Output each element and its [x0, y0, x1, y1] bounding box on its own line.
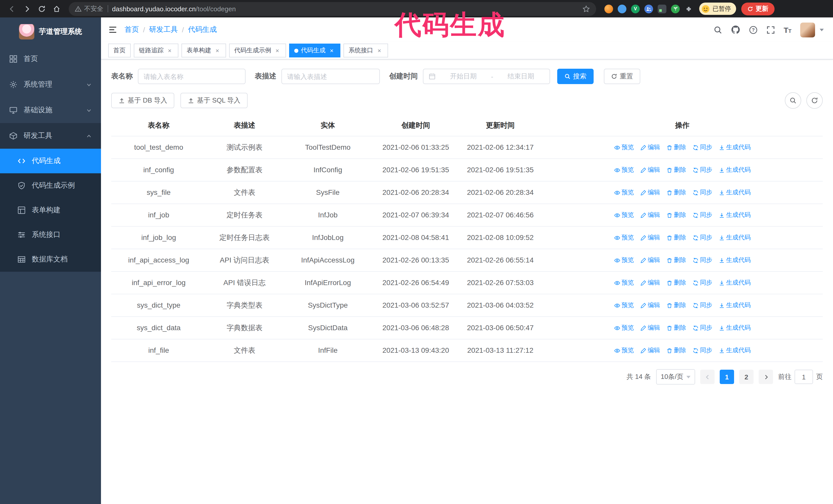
next-page-button[interactable] — [759, 370, 773, 384]
generate-code-link[interactable]: 生成代码 — [718, 300, 751, 311]
close-icon[interactable]: × — [376, 47, 383, 54]
user-menu-caret-icon[interactable] — [820, 28, 824, 31]
sync-link[interactable]: 同步 — [692, 165, 712, 175]
extension-icon-green[interactable] — [671, 4, 680, 13]
prev-page-button[interactable] — [700, 370, 715, 384]
forward-icon[interactable] — [20, 2, 34, 16]
generate-code-link[interactable]: 生成代码 — [718, 255, 751, 266]
sidebar-item-devtools[interactable]: 研发工具 — [0, 123, 101, 149]
submenu-item-codegen-example[interactable]: 代码生成示例 — [0, 173, 101, 198]
edit-link[interactable]: 编辑 — [640, 232, 660, 243]
table-name-input[interactable] — [138, 69, 245, 84]
help-icon[interactable]: ? — [749, 25, 757, 34]
home-icon[interactable] — [50, 2, 64, 16]
hamburger-icon[interactable] — [108, 25, 117, 34]
generate-code-link[interactable]: 生成代码 — [718, 232, 751, 243]
app-logo[interactable]: 芋道管理系统 — [0, 18, 101, 46]
edit-link[interactable]: 编辑 — [640, 278, 660, 288]
generate-code-link[interactable]: 生成代码 — [718, 210, 751, 220]
tab-codegen[interactable]: 代码生成× — [289, 44, 340, 57]
sync-link[interactable]: 同步 — [692, 300, 712, 311]
delete-link[interactable]: 删除 — [666, 210, 686, 220]
delete-link[interactable]: 删除 — [666, 300, 686, 311]
reset-button[interactable]: 重置 — [604, 69, 640, 84]
delete-link[interactable]: 删除 — [666, 232, 686, 243]
sidebar-item-infra[interactable]: 基础设施 — [0, 97, 101, 123]
generate-code-link[interactable]: 生成代码 — [718, 345, 751, 356]
tab-form-builder[interactable]: 表单构建× — [182, 44, 226, 57]
delete-link[interactable]: 删除 — [666, 187, 686, 198]
extension-icon-blue[interactable] — [618, 4, 626, 13]
edit-link[interactable]: 编辑 — [640, 142, 660, 153]
sync-link[interactable]: 同步 — [692, 345, 712, 356]
preview-link[interactable]: 预览 — [614, 210, 634, 220]
import-db-button[interactable]: 基于 DB 导入 — [111, 93, 174, 108]
show-search-toggle-button[interactable] — [785, 92, 801, 109]
page-button-2[interactable]: 2 — [739, 370, 754, 384]
search-icon[interactable] — [713, 25, 722, 34]
edit-link[interactable]: 编辑 — [640, 210, 660, 220]
table-desc-input[interactable] — [281, 69, 380, 84]
font-size-icon[interactable]: TT — [784, 25, 791, 34]
sync-link[interactable]: 同步 — [692, 322, 712, 333]
start-date-placeholder[interactable]: 开始日期 — [440, 72, 487, 81]
submenu-item-form-builder[interactable]: 表单构建 — [0, 198, 101, 222]
reload-icon[interactable] — [35, 2, 49, 16]
sync-link[interactable]: 同步 — [692, 255, 712, 266]
extension-icon-console[interactable] — [658, 4, 666, 13]
edit-link[interactable]: 编辑 — [640, 300, 660, 311]
edit-link[interactable]: 编辑 — [640, 187, 660, 198]
edit-link[interactable]: 编辑 — [640, 165, 660, 175]
extension-icon-orange[interactable] — [604, 4, 613, 13]
sync-link[interactable]: 同步 — [692, 142, 712, 153]
page-button-1[interactable]: 1 — [720, 370, 734, 384]
sidebar-item-home[interactable]: 首页 — [0, 46, 101, 72]
generate-code-link[interactable]: 生成代码 — [718, 187, 751, 198]
edit-link[interactable]: 编辑 — [640, 322, 660, 333]
delete-link[interactable]: 删除 — [666, 278, 686, 288]
close-icon[interactable]: × — [214, 47, 221, 54]
import-sql-button[interactable]: 基于 SQL 导入 — [181, 93, 248, 108]
extensions-puzzle-icon[interactable] — [684, 4, 693, 13]
delete-link[interactable]: 删除 — [666, 322, 686, 333]
sync-link[interactable]: 同步 — [692, 232, 712, 243]
goto-page-input[interactable] — [794, 370, 813, 384]
extension-icon-users[interactable] — [644, 4, 653, 13]
end-date-placeholder[interactable]: 结束日期 — [497, 72, 544, 81]
preview-link[interactable]: 预览 — [614, 165, 634, 175]
delete-link[interactable]: 删除 — [666, 165, 686, 175]
sync-link[interactable]: 同步 — [692, 210, 712, 220]
refresh-table-button[interactable] — [806, 92, 823, 109]
close-icon[interactable]: × — [328, 47, 335, 54]
bookmark-star-icon[interactable] — [582, 5, 590, 13]
preview-link[interactable]: 预览 — [614, 187, 634, 198]
preview-link[interactable]: 预览 — [614, 300, 634, 311]
delete-link[interactable]: 删除 — [666, 345, 686, 356]
preview-link[interactable]: 预览 — [614, 142, 634, 153]
preview-link[interactable]: 预览 — [614, 322, 634, 333]
sync-link[interactable]: 同步 — [692, 187, 712, 198]
edit-link[interactable]: 编辑 — [640, 255, 660, 266]
delete-link[interactable]: 删除 — [666, 255, 686, 266]
edit-link[interactable]: 编辑 — [640, 345, 660, 356]
page-url[interactable]: dashboard.yudao.iocoder.cn/tool/codegen — [112, 5, 578, 13]
submenu-item-db-docs[interactable]: 数据库文档 — [0, 247, 101, 272]
sync-link[interactable]: 同步 — [692, 278, 712, 288]
submenu-item-system-api[interactable]: 系统接口 — [0, 222, 101, 247]
breadcrumb-devtools[interactable]: 研发工具 — [149, 25, 178, 34]
generate-code-link[interactable]: 生成代码 — [718, 142, 751, 153]
page-size-select[interactable]: 10条/页 — [656, 369, 695, 385]
search-button[interactable]: 搜索 — [557, 69, 594, 84]
browser-update-button[interactable]: 更新 — [741, 2, 775, 15]
paused-extension-badge[interactable]: 已暂停 — [699, 3, 736, 15]
generate-code-link[interactable]: 生成代码 — [718, 278, 751, 288]
preview-link[interactable]: 预览 — [614, 232, 634, 243]
preview-link[interactable]: 预览 — [614, 345, 634, 356]
breadcrumb-home[interactable]: 首页 — [124, 25, 139, 34]
security-chip[interactable]: 不安全 — [75, 4, 103, 13]
tab-link-tracing[interactable]: 链路追踪× — [134, 44, 178, 57]
github-icon[interactable] — [731, 25, 740, 34]
preview-link[interactable]: 预览 — [614, 255, 634, 266]
close-icon[interactable]: × — [166, 47, 173, 54]
generate-code-link[interactable]: 生成代码 — [718, 322, 751, 333]
